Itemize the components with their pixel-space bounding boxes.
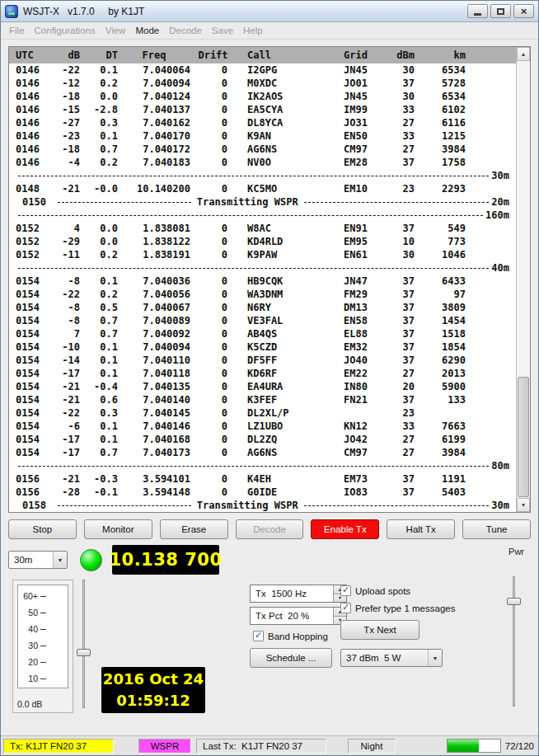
decode-button[interactable]: Decode <box>236 519 304 539</box>
cell-drift: 0 <box>190 275 236 287</box>
cell-call: I2GPG <box>236 64 339 76</box>
scroll-up-button[interactable]: ▲ <box>517 47 530 61</box>
tx-freq-spinner[interactable]: Tx 1500 Hz ▲ ▼ <box>250 585 347 603</box>
cell-utc: 0146 <box>9 64 49 76</box>
menu-decode[interactable]: Decode <box>164 24 207 37</box>
checkbox-box: ✓ <box>253 631 264 641</box>
mode-badge: WSPR <box>138 739 191 754</box>
decode-row: 0154-210.67.0401400K3FEFFN2137133 <box>9 393 516 406</box>
minimize-button[interactable] <box>467 4 488 18</box>
cell-db: -21 <box>49 394 80 406</box>
decode-row: 0156-21-0.33.5941010K4EHEM73371191 <box>9 472 516 486</box>
cell-dbm: 37 <box>387 328 415 340</box>
cell-dt: 0.3 <box>80 117 118 129</box>
slider-groove[interactable] <box>82 580 85 708</box>
halt-tx-button[interactable]: Halt Tx <box>387 519 455 539</box>
window-titlebar[interactable]: WSJT-X v1.7.0 by K1JT × <box>1 1 538 22</box>
cell-dt: -0.3 <box>80 473 118 485</box>
pwr-slider[interactable] <box>507 576 522 707</box>
cell-freq: 7.040064 <box>118 64 190 76</box>
checkbox-box: ✓ <box>340 585 351 596</box>
separator-dashes <box>18 176 489 176</box>
cell-drift: 0 <box>190 104 236 115</box>
cell-km: 5403 <box>415 486 466 498</box>
menu-view[interactable]: View <box>101 24 131 37</box>
cell-dt: 0.7 <box>80 315 118 326</box>
cell-km: 133 <box>415 394 466 406</box>
decode-row: 0146-15-2.87.0401370EA5CYAIM99336102 <box>9 103 516 116</box>
decode-row: 0146-180.07.0401240IK2AOSJN45306534 <box>9 90 516 103</box>
cell-utc: 0146 <box>9 91 49 102</box>
rx-gain-slider[interactable] <box>77 580 91 708</box>
menu-help[interactable]: Help <box>238 24 268 37</box>
tx-next-button[interactable]: Tx Next <box>340 620 419 640</box>
cell-db: -18 <box>49 143 80 155</box>
enable-tx-button[interactable]: Enable Tx <box>311 519 379 539</box>
upload-spots-checkbox[interactable]: ✓ Upload spots <box>340 585 480 596</box>
cell-km: 2293 <box>415 183 466 195</box>
slider-groove[interactable] <box>513 576 515 707</box>
cell-dbm: 27 <box>387 117 415 129</box>
band-selector[interactable]: 30m ▼ <box>8 551 68 569</box>
minimize-icon <box>474 13 481 16</box>
close-button[interactable]: × <box>513 4 534 18</box>
cell-utc: 0154 <box>9 328 49 340</box>
cell-freq: 7.040168 <box>118 434 190 445</box>
column-header-km: km <box>415 49 466 61</box>
cell-dt: 0.1 <box>80 341 118 353</box>
menu-file[interactable]: File <box>4 24 30 37</box>
menu-mode[interactable]: Mode <box>130 24 164 37</box>
band-label: 160m <box>485 209 509 221</box>
tune-button[interactable]: Tune <box>462 519 531 539</box>
cell-km: 1758 <box>415 157 466 168</box>
band-hopping-checkbox[interactable]: ✓ Band Hopping <box>253 631 347 641</box>
cell-grid: EN91 <box>339 223 387 234</box>
cell-call: DF5FF <box>236 355 339 366</box>
tx-freq-prefix: Tx <box>255 589 266 599</box>
table-scrollbar[interactable]: ▲ ▼ <box>516 47 530 512</box>
meter-scale-label: 20 <box>18 657 38 667</box>
cell-freq: 7.040183 <box>118 157 190 168</box>
tx-freq-suffix: Hz <box>295 589 307 599</box>
cell-dt: 0.1 <box>80 130 118 142</box>
schedule-button[interactable]: Schedule ... <box>250 648 332 668</box>
scroll-down-button[interactable]: ▼ <box>517 498 530 512</box>
cell-km: 6534 <box>415 64 466 76</box>
prefer-type1-checkbox[interactable]: ✓ Prefer type 1 messages <box>340 603 480 613</box>
cell-dbm: 20 <box>387 381 415 392</box>
decode-row: 0154-21-0.47.0401350EA4URAIN80205900 <box>9 380 516 393</box>
tx-pct-text: Tx Pct 20 % <box>251 611 333 621</box>
power-selector[interactable]: 37 dBm 5 W ▼ <box>340 649 443 667</box>
band-separator-row: 80m <box>9 459 516 472</box>
slider-handle[interactable] <box>507 598 521 605</box>
tx-pct-spinner[interactable]: Tx Pct 20 % ▲ ▼ <box>250 607 347 625</box>
decode-row: 0154-170.17.0401680DL2ZQJO42276199 <box>9 433 516 446</box>
cell-drift: 0 <box>190 91 236 102</box>
erase-button[interactable]: Erase <box>160 519 228 539</box>
menu-configurations[interactable]: Configurations <box>30 24 101 37</box>
transmitting-row: 0150Transmitting WSPR20m <box>9 195 516 209</box>
check-icon: ✓ <box>342 585 349 594</box>
cell-dt: 0.5 <box>80 302 118 313</box>
cell-km: 1215 <box>415 130 466 142</box>
menu-save[interactable]: Save <box>207 24 238 37</box>
cell-grid: EM28 <box>339 157 387 168</box>
stop-button[interactable]: Stop <box>8 519 77 539</box>
clock-time: 01:59:12 <box>116 690 190 711</box>
cell-km: 97 <box>415 289 466 300</box>
slider-handle[interactable] <box>77 649 91 656</box>
cell-call: M0XDC <box>236 77 339 89</box>
cell-dbm: 37 <box>387 157 415 168</box>
scrollbar-thumb[interactable] <box>518 377 529 497</box>
band-selector-value: 30m <box>9 555 53 565</box>
check-icon: ✓ <box>342 603 349 612</box>
cell-dbm: 37 <box>387 223 415 234</box>
cell-utc: 0146 <box>9 117 49 129</box>
monitor-button[interactable]: Monitor <box>84 519 152 539</box>
cell-freq: 7.040170 <box>118 130 190 142</box>
maximize-button[interactable] <box>490 4 511 18</box>
cell-call: NV0O <box>236 157 339 168</box>
cell-call: N6RY <box>236 302 339 313</box>
meter-tick <box>40 646 46 646</box>
cell-utc: 0154 <box>9 381 49 392</box>
